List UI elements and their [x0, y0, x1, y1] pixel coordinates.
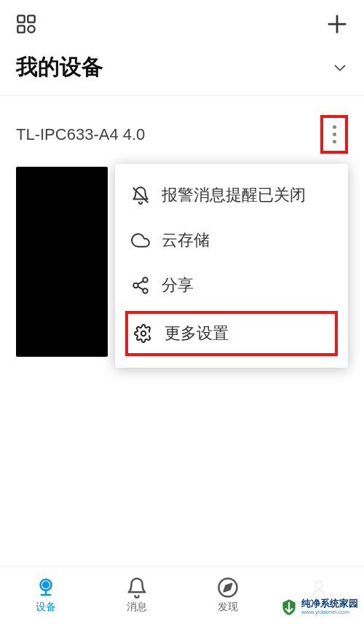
menu-item-cloud[interactable]: 云存储: [115, 218, 348, 263]
top-bar: [0, 0, 364, 44]
placeholder-icon: [308, 577, 330, 599]
popup-menu: 报警消息提醒已关闭 云存储 分享: [115, 164, 348, 368]
svg-point-3: [28, 25, 34, 32]
chevron-down-icon[interactable]: [332, 60, 348, 76]
svg-rect-0: [17, 15, 24, 22]
compass-nav-icon: [217, 577, 239, 599]
plus-icon[interactable]: [326, 13, 348, 35]
device-row: TL-IPC633-A4 4.0: [0, 96, 364, 165]
nav-label-device: 设备: [36, 601, 56, 614]
bottom-nav: 设备 消息 发现: [0, 566, 364, 624]
share-icon: [131, 276, 150, 295]
nav-label-discover: 发现: [218, 601, 238, 614]
menu-item-share[interactable]: 分享: [115, 263, 348, 308]
camera-nav-icon: [35, 577, 57, 599]
svg-line-11: [138, 281, 143, 284]
menu-label-share: 分享: [162, 275, 194, 296]
menu-item-alarm[interactable]: 报警消息提醒已关闭: [115, 173, 348, 218]
svg-point-19: [315, 581, 323, 588]
menu-label-more: 更多设置: [165, 323, 229, 344]
more-icon[interactable]: [328, 125, 341, 143]
svg-point-14: [43, 582, 49, 588]
svg-marker-18: [223, 584, 232, 592]
content-area: 报警消息提醒已关闭 云存储 分享: [0, 165, 364, 357]
nav-label-message: 消息: [127, 601, 147, 614]
cloud-icon: [131, 231, 150, 250]
nav-item-placeholder: [273, 577, 364, 613]
bell-nav-icon: [126, 577, 148, 599]
grid-icon[interactable]: [16, 14, 36, 34]
nav-item-message[interactable]: 消息: [91, 577, 182, 614]
menu-item-more-settings[interactable]: 更多设置: [125, 311, 338, 356]
more-button-highlight: [320, 115, 348, 154]
nav-item-discover[interactable]: 发现: [182, 577, 273, 614]
nav-item-device[interactable]: 设备: [0, 577, 91, 614]
svg-rect-1: [28, 15, 34, 22]
camera-preview[interactable]: [16, 167, 108, 357]
gear-icon: [134, 324, 153, 343]
svg-point-12: [141, 331, 146, 336]
header: 我的设备: [0, 44, 364, 95]
bell-off-icon: [131, 186, 150, 205]
page-title: 我的设备: [16, 52, 103, 82]
svg-line-10: [138, 287, 143, 290]
menu-label-alarm: 报警消息提醒已关闭: [162, 184, 306, 206]
svg-rect-2: [17, 25, 24, 32]
device-name: TL-IPC633-A4 4.0: [16, 125, 145, 144]
menu-label-cloud: 云存储: [162, 229, 210, 251]
